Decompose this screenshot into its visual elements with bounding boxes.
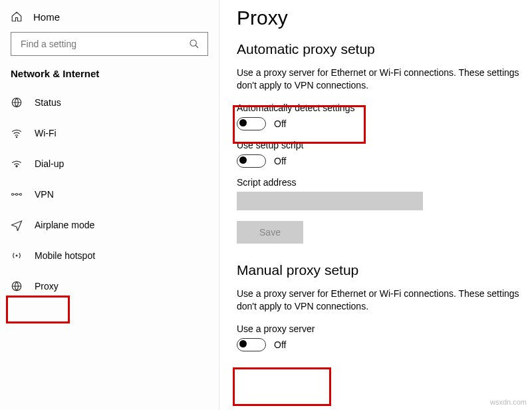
svg-point-0 — [190, 40, 196, 46]
svg-point-10 — [16, 255, 18, 257]
svg-point-3 — [16, 136, 17, 138]
svg-point-4 — [16, 166, 17, 167]
sidebar-item-label: Airplane mode — [35, 220, 94, 230]
script-toggle[interactable] — [237, 154, 266, 168]
sidebar-item-label: Wi-Fi — [35, 128, 57, 138]
home-label: Home — [33, 11, 60, 23]
sidebar-item-label: VPN — [35, 189, 54, 200]
search-input[interactable] — [19, 38, 189, 50]
sidebar: Home Network & Internet Status — [0, 0, 219, 410]
sidebar-item-label: Dial-up — [35, 158, 64, 169]
sidebar-item-status[interactable]: Status — [0, 87, 219, 118]
detect-state: Off — [274, 118, 286, 129]
script-state: Off — [274, 156, 286, 166]
sidebar-item-hotspot[interactable]: Mobile hotspot — [0, 240, 219, 271]
page-title: Proxy — [237, 7, 532, 29]
status-icon — [11, 97, 23, 108]
auto-desc: Use a proxy server for Ethernet or Wi-Fi… — [237, 67, 523, 92]
category-heading: Network & Internet — [0, 68, 219, 87]
svg-point-6 — [16, 194, 18, 196]
wifi-icon — [11, 127, 23, 139]
home-icon — [11, 11, 23, 23]
use-proxy-toggle[interactable] — [237, 338, 266, 351]
use-proxy-label: Use a proxy server — [237, 323, 532, 334]
watermark: wsxdn.com — [490, 398, 527, 406]
script-address-input[interactable] — [237, 192, 423, 210]
detect-label: Automatically detect settings — [237, 102, 532, 113]
sidebar-item-dialup[interactable]: Dial-up — [0, 148, 219, 179]
manual-heading: Manual proxy setup — [237, 262, 532, 278]
svg-point-5 — [12, 194, 14, 196]
home-link[interactable]: Home — [0, 8, 219, 32]
address-label: Script address — [237, 177, 532, 188]
svg-point-7 — [20, 194, 22, 196]
save-button[interactable]: Save — [237, 221, 303, 244]
use-proxy-state: Off — [274, 339, 286, 350]
sidebar-item-proxy[interactable]: Proxy — [0, 271, 219, 302]
sidebar-item-label: Proxy — [35, 281, 59, 292]
sidebar-item-vpn[interactable]: VPN — [0, 179, 219, 210]
script-label: Use setup script — [237, 140, 532, 150]
manual-desc: Use a proxy server for Ethernet or Wi-Fi… — [237, 288, 523, 313]
content-pane: Proxy Automatic proxy setup Use a proxy … — [219, 0, 532, 410]
vpn-icon — [11, 188, 23, 200]
search-box[interactable] — [11, 32, 208, 56]
proxy-icon — [11, 280, 23, 292]
auto-heading: Automatic proxy setup — [237, 41, 532, 57]
dialup-icon — [11, 158, 23, 170]
sidebar-item-wifi[interactable]: Wi-Fi — [0, 118, 219, 148]
search-icon — [189, 39, 200, 49]
svg-line-1 — [196, 45, 198, 48]
sidebar-item-label: Mobile hotspot — [35, 250, 95, 261]
sidebar-item-airplane[interactable]: Airplane mode — [0, 210, 219, 240]
airplane-icon — [11, 219, 23, 231]
detect-toggle[interactable] — [237, 117, 266, 130]
sidebar-item-label: Status — [35, 97, 61, 108]
hotspot-icon — [11, 250, 23, 262]
